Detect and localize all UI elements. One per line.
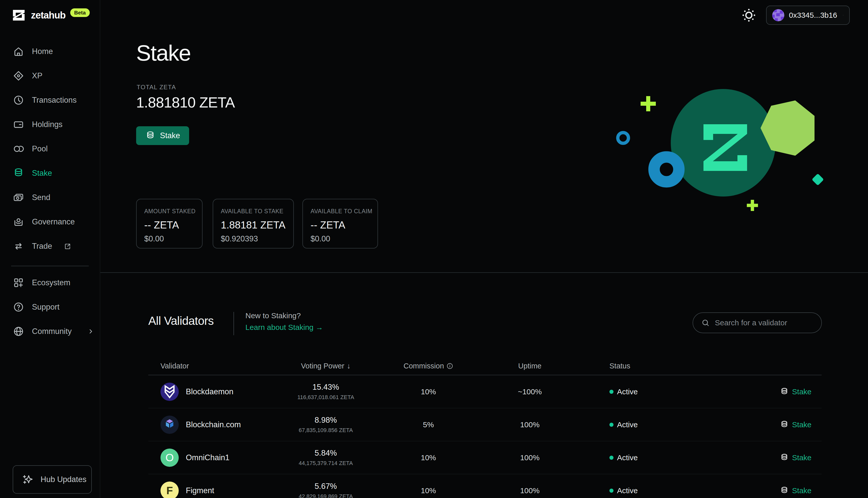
sidebar-item-transactions[interactable]: Transactions: [0, 88, 100, 112]
sort-desc-icon: ↓: [347, 362, 351, 370]
stake-action-link[interactable]: Stake: [780, 387, 822, 396]
card-value: -- ZETA: [310, 219, 369, 231]
total-zeta-label: TOTAL ZETA: [137, 84, 176, 91]
voting-power-pct: 5.67%: [299, 482, 353, 491]
validator-row-omnichain1[interactable]: O OmniChain1 5.84% 44,175,379.714 ZETA 1…: [148, 441, 822, 474]
coins-stack-icon: [145, 131, 156, 141]
sidebar-item-stake[interactable]: Stake: [0, 161, 100, 185]
col-status: Status: [584, 362, 706, 370]
omnichain-avatar: O: [160, 448, 179, 467]
cash-send-icon: [13, 192, 24, 204]
sidebar-nav: Home XP Transactions Holdings Pool: [0, 39, 100, 344]
help-circle-icon: [13, 301, 24, 313]
stake-action-link[interactable]: Stake: [780, 453, 822, 462]
validators-heading: All Validators: [148, 314, 214, 328]
brand-name: zetahub: [31, 10, 66, 21]
validator-row-figment[interactable]: F Figment 5.67% 42,829,169.869 ZETA 10% …: [148, 474, 822, 498]
validator-row-blockdaemon[interactable]: Blockdaemon 15.43% 116,637,018.061 ZETA …: [148, 375, 822, 408]
sidebar-item-xp[interactable]: XP: [0, 64, 100, 88]
trade-swap-icon: [13, 240, 24, 252]
pool-circles-icon: [13, 143, 24, 155]
active-status-dot: [610, 423, 614, 427]
coins-stack-icon: [780, 420, 789, 429]
wallet-card-icon: [13, 119, 24, 130]
sidebar: zetahub Beta Home XP Transactions Hold: [0, 0, 100, 498]
validator-name: Blockchain.com: [186, 420, 241, 429]
voting-power-zeta: 67,835,109.856 ZETA: [299, 427, 353, 434]
sidebar-item-governance[interactable]: Governance: [0, 210, 100, 234]
page-title: Stake: [136, 40, 191, 66]
sidebar-item-trade[interactable]: Trade: [0, 234, 100, 258]
card-usd: $0.920393: [221, 234, 285, 244]
col-uptime: Uptime: [518, 362, 542, 370]
status-label: Active: [617, 388, 638, 396]
zeta-hero-illustration: [598, 84, 854, 238]
info-icon[interactable]: [446, 363, 453, 369]
coins-stack-icon: [780, 387, 789, 396]
home-icon: [13, 45, 24, 57]
stake-button[interactable]: Stake: [136, 126, 189, 145]
wallet-avatar: [772, 9, 784, 21]
status-label: Active: [617, 420, 638, 429]
card-label: AVAILABLE TO CLAIM: [310, 208, 369, 215]
commission-value: 10%: [421, 454, 436, 462]
stake-summary-cards: AMOUNT STAKED -- ZETA $0.00 AVAILABLE TO…: [136, 199, 378, 249]
validator-name: OmniChain1: [186, 453, 229, 462]
stake-action-link[interactable]: Stake: [780, 486, 822, 495]
table-header: Validator Voting Power ↓ Commission Upti…: [148, 357, 822, 375]
commission-value: 5%: [423, 420, 434, 429]
clock-icon: [13, 94, 24, 106]
sidebar-divider: [11, 266, 89, 266]
blockdaemon-avatar: [160, 383, 179, 401]
sidebar-item-home[interactable]: Home: [0, 39, 100, 64]
card-label: AMOUNT STAKED: [144, 208, 194, 215]
hub-updates-button[interactable]: Hub Updates: [13, 465, 92, 494]
xp-diamond-icon: [13, 70, 24, 82]
section-divider: [101, 272, 868, 273]
sidebar-item-pool[interactable]: Pool: [0, 137, 100, 161]
voting-power-pct: 8.98%: [299, 416, 353, 425]
theme-toggle-button[interactable]: [741, 7, 757, 23]
sidebar-item-send[interactable]: Send: [0, 185, 100, 210]
active-status-dot: [610, 456, 614, 460]
validator-name: Blockdaemon: [186, 387, 233, 396]
wallet-address: 0x3345...3b16: [789, 11, 837, 19]
active-status-dot: [610, 390, 614, 394]
commission-value: 10%: [421, 388, 436, 396]
validator-name: Figment: [186, 486, 214, 495]
brand-logo[interactable]: zetahub Beta: [0, 0, 100, 23]
validator-row-blockchain[interactable]: Blockchain.com 8.98% 67,835,109.856 ZETA…: [148, 408, 822, 441]
learn-about-staking-link[interactable]: Learn about Staking →: [245, 323, 323, 332]
commission-value: 10%: [421, 486, 436, 495]
total-zeta-value: 1.881810 ZETA: [136, 94, 235, 111]
col-validator: Validator: [148, 362, 270, 370]
chevron-down-icon: [843, 11, 844, 19]
uptime-value: 100%: [520, 420, 540, 429]
search-icon: [701, 318, 710, 327]
voting-power-zeta: 42,829,169.869 ZETA: [299, 493, 353, 498]
available-to-stake-card: AVAILABLE TO STAKE 1.88181 ZETA $0.92039…: [213, 199, 294, 249]
sidebar-item-ecosystem[interactable]: Ecosystem: [0, 271, 100, 295]
uptime-value: 100%: [520, 486, 540, 495]
col-voting-power[interactable]: Voting Power ↓: [301, 362, 350, 370]
sidebar-item-support[interactable]: Support: [0, 295, 100, 319]
sun-icon: [741, 7, 757, 23]
card-usd: $0.00: [144, 234, 194, 244]
figment-avatar: F: [160, 482, 179, 498]
globe-icon: [13, 326, 24, 337]
card-usd: $0.00: [310, 234, 369, 244]
sparkles-icon: [22, 473, 34, 486]
stake-action-link[interactable]: Stake: [780, 420, 822, 429]
chevron-right-icon: [87, 328, 95, 335]
available-to-claim-card: AVAILABLE TO CLAIM -- ZETA $0.00: [303, 199, 378, 249]
card-value: 1.88181 ZETA: [221, 219, 285, 231]
amount-staked-card: AMOUNT STAKED -- ZETA $0.00: [136, 199, 202, 249]
status-label: Active: [617, 454, 638, 462]
sidebar-item-holdings[interactable]: Holdings: [0, 112, 100, 137]
sidebar-item-community[interactable]: Community: [0, 319, 100, 344]
wallet-account-button[interactable]: 0x3345...3b16: [766, 5, 850, 25]
card-label: AVAILABLE TO STAKE: [221, 208, 285, 215]
uptime-value: ~100%: [518, 388, 542, 396]
governance-icon: [13, 216, 24, 228]
search-input[interactable]: [715, 318, 814, 327]
